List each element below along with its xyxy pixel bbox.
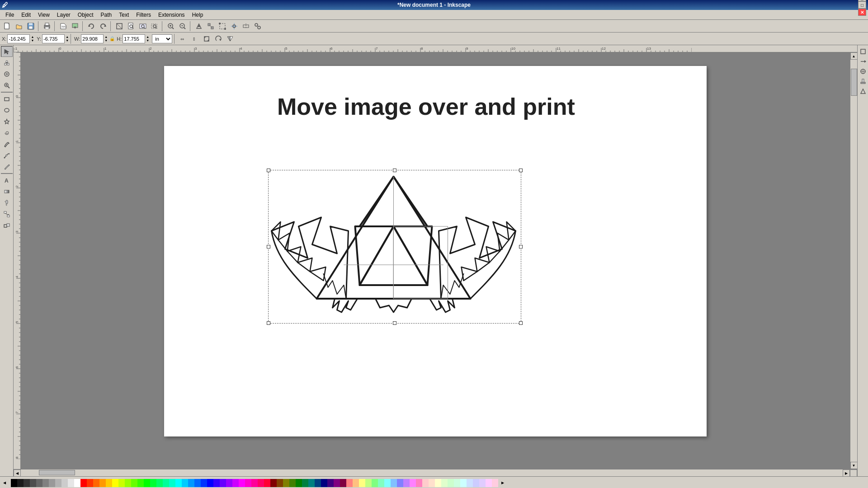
color-swatch-34[interactable] <box>226 479 232 487</box>
color-swatch-53[interactable] <box>346 479 353 487</box>
zoom-fit-button[interactable] <box>114 21 125 31</box>
color-swatch-27[interactable] <box>182 479 188 487</box>
open-button[interactable] <box>14 21 24 31</box>
zoom-selection-button[interactable] <box>149 21 160 31</box>
lock-aspect-icon[interactable]: 🔒 <box>108 34 116 43</box>
color-swatch-49[interactable] <box>321 479 327 487</box>
star-tool[interactable] <box>1 116 13 127</box>
scroll-palette-right[interactable]: ▶ <box>500 478 505 488</box>
color-swatch-59[interactable] <box>384 479 391 487</box>
color-swatch-58[interactable] <box>378 479 384 487</box>
color-swatch-21[interactable] <box>144 479 150 487</box>
w-input[interactable] <box>81 34 104 43</box>
color-swatch-57[interactable] <box>372 479 378 487</box>
h-spinup[interactable]: ▲▼ <box>146 35 149 42</box>
dropper-tool[interactable] <box>1 197 13 208</box>
vertical-scrollbar[interactable]: ▲ ▼ <box>850 52 857 469</box>
color-swatch-38[interactable] <box>251 479 258 487</box>
color-swatch-20[interactable] <box>137 479 144 487</box>
color-swatch-0[interactable] <box>11 479 17 487</box>
transform-rotate[interactable] <box>213 34 224 44</box>
color-swatch-15[interactable] <box>106 479 112 487</box>
color-swatch-45[interactable] <box>296 479 302 487</box>
color-swatch-48[interactable] <box>315 479 321 487</box>
maximize-button[interactable]: □ <box>858 1 866 9</box>
scrollbar-v-thumb[interactable] <box>851 69 857 96</box>
color-swatch-8[interactable] <box>61 479 68 487</box>
color-swatch-7[interactable] <box>55 479 61 487</box>
color-swatch-3[interactable] <box>30 479 36 487</box>
transform-move-x[interactable]: ⇔ <box>178 34 189 44</box>
color-swatch-68[interactable] <box>441 479 448 487</box>
y-spinup[interactable]: ▲▼ <box>66 35 69 42</box>
clone-tool[interactable] <box>1 220 13 231</box>
transform-move-y[interactable]: ⇕ <box>189 34 200 44</box>
right-snap3[interactable] <box>859 67 868 76</box>
rect-tool[interactable] <box>1 94 13 104</box>
right-snap2[interactable] <box>859 57 868 66</box>
canvas-scroll[interactable]: Move image over and print <box>21 52 850 469</box>
color-swatch-11[interactable] <box>80 479 87 487</box>
color-swatch-22[interactable] <box>150 479 156 487</box>
color-swatch-12[interactable] <box>87 479 93 487</box>
color-swatch-51[interactable] <box>334 479 340 487</box>
snap-guide-button[interactable] <box>229 21 240 31</box>
transform-scale[interactable] <box>201 34 212 44</box>
snap-bbox-button[interactable] <box>217 21 228 31</box>
select-tool[interactable] <box>1 46 13 57</box>
zoom-draw-button[interactable] <box>137 21 148 31</box>
print-button[interactable] <box>42 21 52 31</box>
right-snap1[interactable] <box>859 47 868 56</box>
color-swatch-5[interactable] <box>42 479 49 487</box>
color-swatch-16[interactable] <box>112 479 118 487</box>
y-input[interactable] <box>42 34 65 43</box>
color-swatch-18[interactable] <box>125 479 131 487</box>
color-swatch-75[interactable] <box>486 479 492 487</box>
color-swatch-26[interactable] <box>175 479 182 487</box>
snap-button[interactable] <box>193 21 204 31</box>
menu-item-text[interactable]: Text <box>115 11 132 19</box>
w-spinup[interactable]: ▲▼ <box>104 35 108 42</box>
zoom-in-button[interactable] <box>165 21 176 31</box>
gradient-tool[interactable] <box>1 186 13 197</box>
color-swatch-31[interactable] <box>207 479 213 487</box>
color-swatch-43[interactable] <box>283 479 289 487</box>
node-tool[interactable] <box>1 57 13 68</box>
scroll-palette-left[interactable]: ◀ <box>2 478 7 488</box>
color-swatch-39[interactable] <box>258 479 264 487</box>
pen-tool[interactable] <box>1 150 13 161</box>
handle-bot-left[interactable] <box>267 321 270 325</box>
color-swatch-40[interactable] <box>264 479 270 487</box>
color-swatch-2[interactable] <box>24 479 30 487</box>
color-swatch-67[interactable] <box>435 479 441 487</box>
calligraphy-tool[interactable] <box>1 161 13 172</box>
unit-select[interactable]: in px mm cm pt <box>152 34 172 43</box>
connector-tool[interactable] <box>1 209 13 220</box>
color-swatch-9[interactable] <box>68 479 74 487</box>
spiral-tool[interactable] <box>1 127 13 138</box>
color-swatch-10[interactable] <box>74 479 80 487</box>
color-swatch-72[interactable] <box>467 479 473 487</box>
h-input[interactable] <box>123 34 145 43</box>
close-button[interactable]: ✕ <box>858 9 866 16</box>
right-snap5[interactable] <box>859 87 868 96</box>
color-swatch-29[interactable] <box>194 479 201 487</box>
save-button[interactable] <box>25 21 36 31</box>
color-swatch-74[interactable] <box>479 479 486 487</box>
color-swatch-33[interactable] <box>220 479 226 487</box>
menu-item-object[interactable]: Object <box>74 11 97 19</box>
right-snap4[interactable] <box>859 77 868 86</box>
menu-item-filters[interactable]: Filters <box>132 11 155 19</box>
color-swatch-56[interactable] <box>365 479 372 487</box>
text-tool[interactable]: A <box>1 175 13 186</box>
new-button[interactable] <box>2 21 13 31</box>
color-swatch-66[interactable] <box>429 479 435 487</box>
color-swatch-1[interactable] <box>17 479 24 487</box>
color-swatch-36[interactable] <box>239 479 245 487</box>
color-swatch-13[interactable] <box>93 479 99 487</box>
color-swatch-62[interactable] <box>403 479 410 487</box>
color-swatch-63[interactable] <box>410 479 416 487</box>
tweak-tool[interactable] <box>1 69 13 80</box>
color-swatch-30[interactable] <box>201 479 207 487</box>
color-swatch-76[interactable] <box>492 479 498 487</box>
